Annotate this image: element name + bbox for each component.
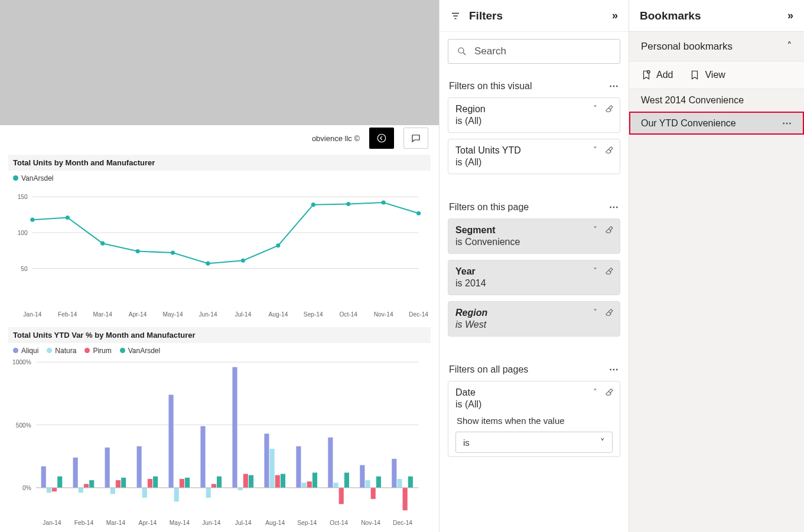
svg-rect-69 <box>296 446 301 488</box>
collapse-bookmarks-button[interactable]: » <box>787 9 793 22</box>
svg-rect-53 <box>168 394 173 487</box>
svg-text:Sep-14: Sep-14 <box>304 311 323 318</box>
bookmark-label: West 2014 Convenience <box>641 95 744 106</box>
svg-rect-48 <box>121 478 126 488</box>
eraser-icon[interactable] <box>604 266 614 276</box>
filter-field-value: is West <box>455 319 613 330</box>
svg-text:Aug-14: Aug-14 <box>268 311 288 318</box>
svg-text:Nov-14: Nov-14 <box>361 520 380 526</box>
bar-chart-title: Total Units YTD Var % by Month and Manuf… <box>8 327 431 343</box>
more-options-button[interactable]: ⋯ <box>782 118 792 129</box>
svg-rect-44 <box>89 480 94 488</box>
svg-text:Feb-14: Feb-14 <box>58 311 77 318</box>
canvas-header: obvience llc © <box>0 125 439 151</box>
bookmark-item[interactable]: Our YTD Convenience ⋯ <box>629 112 804 135</box>
line-chart-card[interactable]: Total Units by Month and Manufacturer Va… <box>8 155 431 322</box>
bookmarks-list: West 2014 Convenience Our YTD Convenienc… <box>629 89 804 532</box>
svg-rect-78 <box>365 480 370 488</box>
bookmark-add-icon <box>641 70 652 80</box>
add-bookmark-button[interactable]: Add <box>641 70 673 80</box>
canvas-background <box>0 0 439 125</box>
chevron-down-icon[interactable]: ˅ <box>593 104 597 113</box>
filters-header: Filters » <box>440 0 629 32</box>
operator-select[interactable]: is ˅ <box>455 432 613 453</box>
svg-text:Feb-14: Feb-14 <box>74 520 94 526</box>
filter-field-value: is (All) <box>455 399 613 410</box>
svg-rect-66 <box>270 449 275 488</box>
more-options-button[interactable]: ⋯ <box>609 364 619 375</box>
view-label: View <box>705 70 725 80</box>
svg-rect-83 <box>403 488 408 510</box>
filter-card[interactable]: ˅ Total Units YTD is (All) <box>448 139 620 174</box>
more-options-button[interactable]: ⋯ <box>609 201 619 213</box>
bar-chart-card[interactable]: Total Units YTD Var % by Month and Manuf… <box>8 327 431 531</box>
back-button[interactable] <box>369 128 394 149</box>
filter-card[interactable]: ˅ Year is 2014 <box>448 260 620 295</box>
eraser-icon[interactable] <box>604 145 614 155</box>
svg-rect-63 <box>243 474 248 487</box>
section-allpages-head[interactable]: Filters on all pages ⋯ <box>448 360 620 381</box>
filter-field-name: Region <box>455 308 613 318</box>
eraser-icon[interactable] <box>604 104 614 113</box>
svg-rect-82 <box>397 479 402 488</box>
svg-text:500%: 500% <box>16 422 31 428</box>
svg-point-11 <box>171 250 175 254</box>
svg-rect-47 <box>116 480 121 488</box>
svg-text:May-14: May-14 <box>170 520 190 526</box>
bookmark-item[interactable]: West 2014 Convenience <box>629 89 804 112</box>
svg-text:Sep-14: Sep-14 <box>297 520 317 526</box>
svg-rect-56 <box>185 478 190 488</box>
svg-rect-49 <box>137 446 142 488</box>
filter-field-value: is (All) <box>455 157 613 168</box>
svg-text:150: 150 <box>18 194 28 200</box>
chevron-down-icon[interactable]: ˅ <box>593 145 597 155</box>
bar-chart-svg: 0%500%1000%Jan-14Feb-14Mar-14Apr-14May-1… <box>8 356 431 531</box>
chevron-up-icon: ˄ <box>787 40 792 53</box>
svg-rect-54 <box>174 488 179 501</box>
svg-rect-55 <box>180 479 184 488</box>
filter-card[interactable]: ˅ Segment is Convenience <box>448 218 620 254</box>
view-bookmark-button[interactable]: View <box>689 70 725 80</box>
operator-value: is <box>463 438 470 448</box>
filter-field-name: Total Units YTD <box>455 145 613 156</box>
filters-title: Filters <box>469 9 503 22</box>
svg-text:100: 100 <box>18 230 28 236</box>
bookmarks-section-header[interactable]: Personal bookmarks ˄ <box>629 32 804 61</box>
chevron-down-icon[interactable]: ˅ <box>593 308 597 317</box>
filter-card[interactable]: ˅ Region is West <box>448 301 620 337</box>
eraser-icon[interactable] <box>604 225 614 234</box>
svg-point-7 <box>30 217 34 221</box>
svg-rect-65 <box>264 433 269 487</box>
chevron-down-icon[interactable]: ˅ <box>593 225 597 234</box>
svg-rect-59 <box>211 484 216 487</box>
svg-rect-76 <box>344 472 349 488</box>
chevron-down-icon[interactable]: ˅ <box>593 266 597 276</box>
svg-rect-80 <box>376 476 381 488</box>
svg-text:Jun-14: Jun-14 <box>198 311 217 318</box>
svg-rect-71 <box>307 481 312 488</box>
eraser-icon[interactable] <box>604 387 614 397</box>
section-visual-head[interactable]: Filters on this visual ⋯ <box>448 77 620 97</box>
legend-label: Natura <box>55 347 76 355</box>
chevron-up-icon[interactable]: ˄ <box>593 387 597 397</box>
filter-field-value: is 2014 <box>455 278 613 289</box>
legend-dot-icon <box>84 348 90 353</box>
more-options-button[interactable]: ⋯ <box>609 80 619 92</box>
svg-text:Mar-14: Mar-14 <box>93 311 113 318</box>
search-input[interactable]: Search <box>448 39 620 64</box>
filter-card-date[interactable]: ˄ Date is (All) Show items when the valu… <box>448 381 620 457</box>
line-chart-title: Total Units by Month and Manufacturer <box>8 155 431 171</box>
svg-text:May-14: May-14 <box>163 311 183 318</box>
collapse-filters-button[interactable]: » <box>612 9 618 22</box>
filter-field-name: Date <box>455 387 613 398</box>
section-page-head[interactable]: Filters on this page ⋯ <box>448 198 620 218</box>
filter-card[interactable]: ˅ Region is (All) <box>448 97 620 133</box>
legend-dot-icon <box>13 175 18 181</box>
bookmark-label: Our YTD Convenience <box>641 118 736 129</box>
svg-rect-50 <box>142 488 147 498</box>
filter-field-value: is Convenience <box>455 237 613 247</box>
comment-button[interactable] <box>403 128 428 149</box>
svg-rect-62 <box>238 488 243 490</box>
eraser-icon[interactable] <box>604 308 614 317</box>
svg-rect-60 <box>217 476 222 488</box>
